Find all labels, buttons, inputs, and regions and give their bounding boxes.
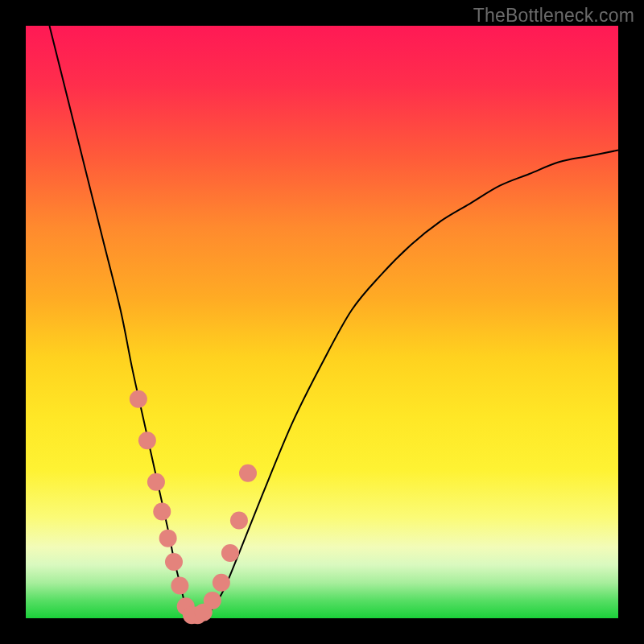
sample-point	[147, 473, 165, 491]
sample-point	[165, 553, 183, 571]
sample-point	[159, 530, 177, 547]
sample-point	[213, 574, 230, 592]
chart-outer-frame: TheBottleneck.com	[0, 0, 644, 644]
sample-point	[130, 390, 147, 408]
marker-group	[130, 390, 257, 625]
sample-point	[230, 512, 248, 530]
bottleneck-curve	[49, 26, 618, 621]
sample-point	[138, 431, 156, 449]
sample-point	[204, 592, 221, 609]
watermark-text: TheBottleneck.com	[473, 5, 634, 27]
chart-svg-layer	[26, 26, 618, 618]
chart-plot-area	[26, 26, 618, 618]
sample-point	[239, 464, 257, 482]
sample-point	[221, 544, 239, 562]
curve-group	[49, 26, 618, 621]
sample-point	[171, 577, 188, 595]
sample-point	[153, 503, 171, 521]
